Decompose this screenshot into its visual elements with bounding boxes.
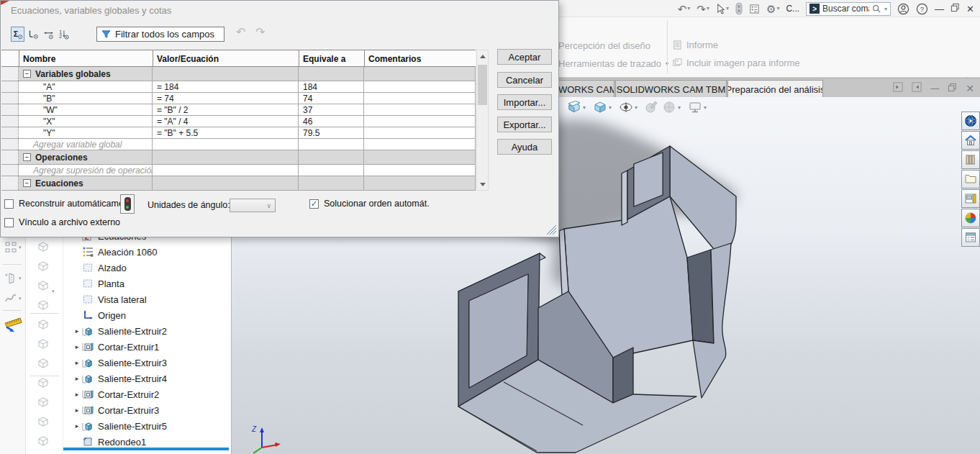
ribbon-design-insight[interactable]: Percepción del diseño <box>558 40 650 51</box>
ribbon-include-image[interactable]: Incluir imagen para informe <box>672 58 800 68</box>
file-explorer-icon[interactable] <box>961 170 980 189</box>
cell-name[interactable]: −Ecuaciones <box>19 176 153 190</box>
cell-comment[interactable] <box>364 116 476 127</box>
tree-item-cortar-extruir2[interactable]: ▸Cortar-Extruir2 <box>63 386 229 402</box>
row-selector[interactable] <box>1 127 19 138</box>
cell-name[interactable]: Agregar variable global <box>19 139 153 150</box>
tree-item-cortar-extruir3[interactable]: ▸Cortar-Extruir3 <box>63 402 229 418</box>
scroll-down-icon[interactable] <box>477 178 488 190</box>
row-selector[interactable] <box>1 93 19 104</box>
row-selector[interactable] <box>1 139 19 150</box>
undo-icon[interactable]: ↶▾ <box>678 4 691 14</box>
tree-item-origen[interactable]: Origen <box>63 307 229 323</box>
feature-tool-icon[interactable] <box>36 337 50 353</box>
table-group-row[interactable]: −Operaciones <box>1 150 476 165</box>
cell-comment[interactable] <box>364 81 476 92</box>
measure-ruler-icon[interactable] <box>4 317 24 333</box>
expand-arrow-icon[interactable]: ▸ <box>72 407 82 414</box>
tree-item-saliente-extruir5[interactable]: ▸Saliente-Extruir5 <box>63 418 229 434</box>
cell-comment[interactable] <box>364 127 476 138</box>
col-header-nombre[interactable]: Nombre <box>19 50 153 68</box>
help-icon[interactable]: ? <box>916 3 928 15</box>
dialog-undo-icon[interactable]: ↶ <box>236 25 245 39</box>
account-icon[interactable] <box>897 3 909 15</box>
solidworks-resources-icon[interactable] <box>961 131 980 150</box>
ribbon-report[interactable]: Informe <box>672 40 718 50</box>
aceptar-button[interactable]: Aceptar <box>497 49 552 65</box>
rebuild-auto-checkbox[interactable] <box>4 199 14 209</box>
view-sketch-equations-toggle[interactable] <box>27 27 40 42</box>
3dexperience-icon[interactable] <box>961 112 980 130</box>
row-selector[interactable] <box>1 104 19 115</box>
command-search-input[interactable]: > Buscar coma ▾ <box>806 2 891 16</box>
view-palette-icon[interactable] <box>961 189 980 208</box>
view-dimensions-toggle[interactable] <box>42 27 55 42</box>
col-header-comentarios[interactable]: Comentarios <box>364 50 476 68</box>
table-group-row[interactable]: −Variables globales <box>1 67 476 81</box>
cell-name[interactable]: −Operaciones <box>19 150 153 164</box>
collapse-icon[interactable]: − <box>23 179 31 187</box>
tree-item-cortar-extruir1[interactable]: ▸Cortar-Extruir1 <box>63 339 229 355</box>
custom-properties-icon[interactable] <box>961 228 980 247</box>
scroll-up-icon[interactable] <box>477 50 488 62</box>
row-selector[interactable] <box>1 67 19 81</box>
tree-item-saliente-extruir3[interactable]: ▸Saliente-Extruir3 <box>63 355 229 371</box>
cell-equation[interactable] <box>153 176 299 190</box>
tree-item-planta[interactable]: Planta <box>63 276 229 291</box>
feature-tool-icon[interactable] <box>36 395 50 412</box>
minimize-button[interactable]: — <box>935 4 944 14</box>
feature-tool-icon[interactable] <box>36 317 50 334</box>
redo-icon[interactable]: ↷▾ <box>697 4 709 14</box>
cell-equation[interactable]: = 74 <box>153 93 299 104</box>
cell-name[interactable]: "W" <box>19 104 153 115</box>
scrollbar-thumb[interactable] <box>478 65 487 105</box>
expand-arrow-icon[interactable]: ▸ <box>72 375 82 382</box>
select-cursor-icon[interactable]: ▾ <box>716 4 729 14</box>
col-header-equivale[interactable]: Equivale a <box>299 50 364 68</box>
dialog-redo-icon[interactable]: ↷ <box>255 25 265 39</box>
tree-item-saliente-extruir2[interactable]: ▸Saliente-Extruir2 <box>63 323 229 339</box>
structure-tree-icon[interactable]: ▾ <box>4 241 22 254</box>
curve-tool-icon[interactable]: ▾ <box>4 292 22 305</box>
tab-solidworks-cam-tbm[interactable]: SOLIDWORKS CAM TBM <box>615 80 727 98</box>
view-equations-toggle[interactable]: Σ <box>11 27 24 42</box>
search-caret-icon[interactable]: ▾ <box>884 6 887 12</box>
cell-name[interactable]: "B" <box>19 93 153 104</box>
cell-equation[interactable]: = "A" / 4 <box>153 116 299 127</box>
cell-equation[interactable] <box>153 150 299 164</box>
feature-tool-icon[interactable]: ▾ <box>36 278 55 295</box>
feature-tool-icon[interactable] <box>36 298 50 314</box>
feature-tool-icon[interactable] <box>36 240 50 256</box>
angle-units-select[interactable]: ∨ <box>230 199 276 212</box>
feature-tool-icon[interactable] <box>36 356 50 373</box>
row-selector[interactable] <box>1 165 19 176</box>
collapse-icon[interactable]: − <box>23 70 31 78</box>
expand-arrow-icon[interactable]: ▸ <box>72 359 82 366</box>
pane-left-icon[interactable] <box>893 82 903 94</box>
appearances-icon[interactable] <box>961 209 980 227</box>
cell-comment[interactable] <box>364 165 476 176</box>
feature-tool-icon[interactable] <box>36 414 50 431</box>
tree-item-saliente-extruir4[interactable]: ▸Saliente-Extruir4 <box>63 371 229 386</box>
cancelar-button[interactable]: Cancelar <box>497 72 552 88</box>
col-header-valor[interactable]: Valor/Ecuación <box>153 50 299 68</box>
cell-comment[interactable] <box>364 93 476 104</box>
expand-arrow-icon[interactable]: ▸ <box>72 343 82 350</box>
table-add-row[interactable]: Agregar supresión de operación <box>1 165 476 176</box>
cell-name[interactable]: Agregar supresión de operación <box>19 165 153 176</box>
doc-close-button[interactable]: ✕ <box>966 83 974 94</box>
view-ordered-toggle[interactable]: 12 <box>57 27 71 42</box>
auto-solve-checkbox[interactable]: ✓ <box>309 199 319 209</box>
reference-geometry-icon[interactable]: ▾ <box>4 272 22 285</box>
tab-solidworks-cam[interactable]: DWORKS CAM <box>554 80 614 98</box>
feature-tool-icon[interactable] <box>36 259 50 276</box>
cell-equation[interactable] <box>153 165 299 176</box>
restore-button[interactable] <box>950 3 960 14</box>
pane-right-icon[interactable] <box>912 82 922 94</box>
options-gear-icon[interactable]: ⚙▾ <box>766 4 779 14</box>
table-group-row[interactable]: −Ecuaciones <box>1 176 476 191</box>
table-data-row[interactable]: "W"= "B" / 237 <box>1 104 476 116</box>
cell-comment[interactable] <box>364 104 476 115</box>
cell-name[interactable]: "X" <box>19 116 153 127</box>
ribbon-plot-tools[interactable]: Herramientas de trazado▾ <box>558 58 668 69</box>
